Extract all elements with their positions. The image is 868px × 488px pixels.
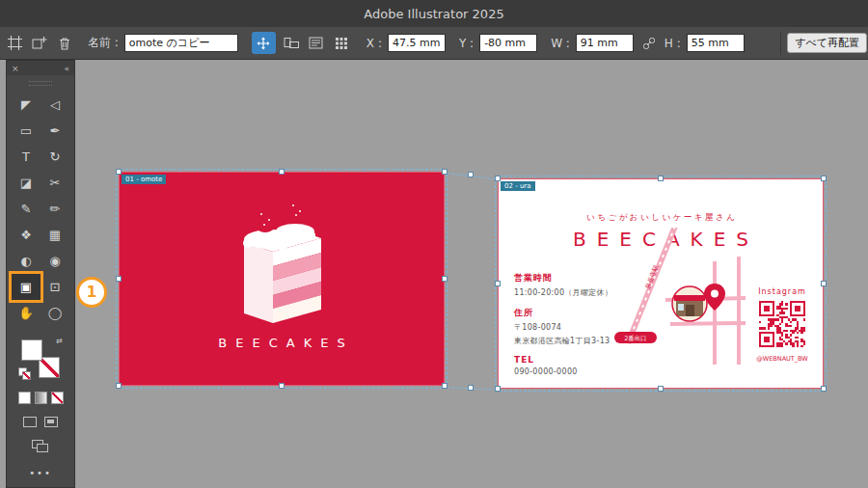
panel-close-icon[interactable]: × [12,64,19,73]
rearrange-grid-icon[interactable] [332,34,351,53]
selection-handle[interactable] [442,276,448,282]
default-fill-stroke-icon[interactable] [18,367,27,376]
blend-tool[interactable]: ◉ [41,248,69,274]
hours-label: 営業時間 [514,272,612,285]
paintbrush-tool[interactable]: ✎ [12,196,41,222]
cake-illustration [223,192,342,332]
w-input[interactable] [576,34,634,52]
canvas[interactable]: 01 - omote [0,60,868,488]
instagram-qr-code [759,301,805,347]
fill-swatch[interactable] [21,339,42,361]
illustrator-window: Adobe Illustrator 2025 名前 : X : Y : W : [0,0,868,488]
selection-handle[interactable] [442,169,448,175]
selection-handle[interactable] [495,386,501,392]
edit-toolbar-icon[interactable]: ••• [29,468,52,478]
scissors-tool[interactable]: ✂ [41,170,69,196]
gradient-tool[interactable]: ▦ [41,222,69,248]
omote-brand-text: BEECAKES [120,336,444,350]
panel-collapse-icon[interactable]: « [64,64,69,73]
window-title: Adobe Illustrator 2025 [364,7,503,21]
selection-tool[interactable]: ◤ [12,92,41,118]
w-label: W : [551,37,570,50]
none-swatch-button[interactable] [51,392,64,404]
selection-handle[interactable] [116,276,122,282]
selection-handle[interactable] [279,169,285,175]
shop-info: 営業時間 11:00-20:00（月曜定休） 住所 〒108-0074 東京都港… [514,272,612,376]
shop-map: 泉岳寺駅 2番出口 [612,228,746,365]
selection-handle[interactable] [468,172,474,177]
eyedropper-tool[interactable]: ◐ [12,248,41,274]
title-bar: Adobe Illustrator 2025 [0,0,868,28]
swap-fill-stroke-icon[interactable]: ⇄ [56,338,63,345]
ura-tagline: いちごがおいしいケーキ屋さん [499,212,823,224]
artboard-name-input[interactable] [124,34,238,52]
selection-handle[interactable] [495,176,501,181]
hours-value: 11:00-20:00（月曜定休） [514,287,612,298]
selection-handle[interactable] [468,385,474,391]
type-tool[interactable]: T [12,144,41,170]
panel-grip[interactable] [29,81,52,86]
h-label: H : [665,37,681,50]
selection-handle[interactable] [821,281,827,286]
selection-handle[interactable] [279,383,285,389]
h-input[interactable] [687,34,745,52]
postal-code: 〒108-0074 [514,322,612,333]
selection-handle[interactable] [116,169,122,175]
artboard-omote-tab[interactable]: 01 - omote [122,175,166,184]
move-artboard-button[interactable] [252,32,276,54]
color-swatch-button[interactable] [18,392,31,404]
artboard-ura-tab[interactable]: 02 - ura [501,181,535,191]
artboard-tool[interactable]: ▣ [12,274,41,300]
eraser-tool[interactable]: ◪ [12,170,41,196]
tools-panel: × « ◤◁▭✒T↻◪✂✎✏❖▦◐◉▣⊡✋◯ ⇄ ••• [6,60,75,488]
control-bar: 名前 : X : Y : W : H : すべて再配置 [0,27,868,60]
station-label: 泉岳寺駅 [643,263,660,290]
draw-normal-icon[interactable] [23,417,37,427]
artboard-icon[interactable] [5,34,24,53]
slice-tool[interactable]: ⊡ [41,274,69,300]
screen-mode-icon[interactable] [32,440,49,453]
artboard-options-icon[interactable] [307,34,326,53]
direct-selection-tool[interactable]: ◁ [41,92,69,118]
x-input[interactable] [388,34,446,52]
delete-icon[interactable] [55,34,74,53]
exit-badge: 2番出口 [624,335,647,342]
tel-value: 090-0000-0000 [514,367,612,376]
pencil-tool[interactable]: ✏ [41,196,69,222]
artboard-omote[interactable]: 01 - omote [119,172,445,386]
hand-tool[interactable]: ✋ [12,300,41,326]
screen-mode-front-rect [37,444,48,452]
y-label: Y : [459,37,474,50]
rotate-tool[interactable]: ↻ [41,144,69,170]
selection-handle[interactable] [821,386,827,392]
y-input[interactable] [479,34,537,52]
x-label: X : [366,37,382,50]
gradient-swatch-button[interactable] [35,392,47,404]
pen-tool[interactable]: ✒ [41,118,69,144]
zoom-tool[interactable]: ◯ [41,300,69,326]
draw-inside-icon[interactable] [44,417,58,427]
artboard-name-label: 名前 : [88,35,119,51]
selection-handle[interactable] [495,281,501,286]
tools-panel-header: × « [7,61,74,75]
artboard-ura[interactable]: 02 - ura いちごがおいしいケーキ屋さん BEECAKES 営業時間 11… [498,178,824,389]
instagram-handle: @WEBNAUT_BW [738,355,827,363]
new-artboard-icon[interactable] [30,34,49,53]
instagram-label: Instagram [746,287,819,296]
selection-handle[interactable] [442,383,448,389]
tel-label: TEL [514,355,612,365]
tool-grid: ◤◁▭✒T↻◪✂✎✏❖▦◐◉▣⊡✋◯ [12,92,69,326]
fill-stroke-control: ⇄ [18,338,63,378]
shaper-tool[interactable]: ❖ [12,222,41,248]
selection-handle[interactable] [658,176,664,181]
selection-handle[interactable] [116,383,122,389]
draw-mode-buttons [23,417,58,427]
rectangle-tool[interactable]: ▭ [12,118,41,144]
rearrange-all-button[interactable]: すべて再配置 [787,33,867,53]
selection-handle[interactable] [658,386,664,392]
step-number: 1 [87,284,96,301]
link-dimensions-icon[interactable] [639,34,659,53]
orientation-icon[interactable] [282,34,301,53]
selection-handle[interactable] [821,176,827,181]
step-annotation: 1 [76,277,107,308]
